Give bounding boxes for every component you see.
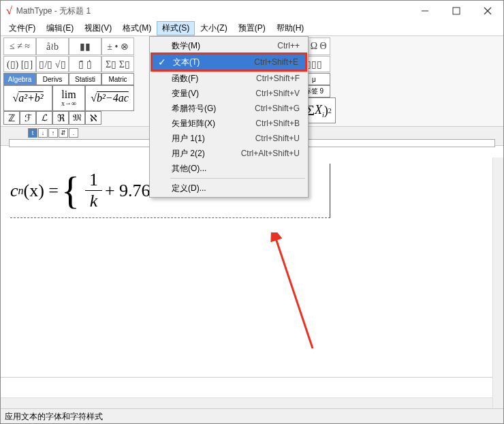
- formula-lhs-arg: (x) =: [24, 181, 59, 201]
- dd-variable[interactable]: 变量(V)Ctrl+Shift+V: [151, 86, 306, 101]
- scrollbar-vertical[interactable]: [492, 157, 503, 408]
- formula-plus: + 9.76: [105, 181, 151, 201]
- big-sqrt[interactable]: √a²+b²: [3, 85, 52, 111]
- window-buttons: [409, 1, 503, 21]
- dropdown-separator: [170, 178, 305, 179]
- menu-file[interactable]: 文件(F): [3, 21, 41, 35]
- menu-style[interactable]: 样式(S): [157, 21, 195, 35]
- dd-text[interactable]: ✓文本(T)Ctrl+Shift+E: [151, 52, 307, 72]
- dd-math[interactable]: 数学(M)Ctrl++: [151, 38, 306, 53]
- check-icon: ✓: [158, 57, 166, 67]
- window-title: MathType - 无标题 1: [16, 5, 409, 17]
- dd-user1[interactable]: 用户 1(1)Ctrl+Shift+U: [151, 131, 306, 146]
- dd-greek[interactable]: 希腊符号(G)Ctrl+Shift+G: [151, 101, 306, 116]
- statusbar: 应用文本的字体和字符样式: [1, 408, 503, 423]
- big-discriminant[interactable]: √b²−4ac: [85, 85, 134, 111]
- tb-fractions[interactable]: ▯/▯ √▯: [36, 56, 69, 72]
- titlebar: √ MathType - 无标题 1: [1, 1, 503, 21]
- frac-num: 1: [85, 170, 102, 191]
- maximize-button[interactable]: [441, 1, 472, 21]
- menu-preset[interactable]: 预置(P): [233, 21, 271, 35]
- dd-define[interactable]: 定义(D)...: [151, 181, 306, 196]
- ruler-icon-4[interactable]: ⇵: [59, 128, 68, 138]
- svg-line-4: [275, 237, 313, 348]
- dd-other[interactable]: 其他(O)...: [151, 161, 306, 176]
- menu-size[interactable]: 大小(Z): [195, 21, 232, 35]
- brace-icon: {: [61, 172, 80, 210]
- sym-m[interactable]: 𝔐: [69, 111, 85, 125]
- tb-embellish[interactable]: ▮▮: [69, 37, 101, 55]
- sym-f[interactable]: ℱ: [20, 111, 36, 125]
- big-lim[interactable]: limx→∞: [52, 85, 85, 111]
- app-logo: √: [6, 5, 12, 17]
- tb-sums[interactable]: Σ▯ Σ▯: [101, 56, 134, 72]
- menu-format[interactable]: 格式(M): [117, 21, 157, 35]
- tab-algebra[interactable]: Algebra: [3, 73, 36, 85]
- dd-matrix[interactable]: 矢量矩阵(X)Ctrl+Shift+B: [151, 116, 306, 131]
- ruler-icon-2[interactable]: ↓: [38, 128, 48, 138]
- annotation-arrow-icon: [231, 232, 326, 355]
- ruler-icon-3[interactable]: ↑: [48, 128, 58, 138]
- ruler-icon-1[interactable]: t: [28, 128, 37, 138]
- tab-derivs[interactable]: Derivs: [36, 73, 69, 85]
- menu-edit[interactable]: 编辑(E): [41, 21, 79, 35]
- sym-aleph[interactable]: ℵ: [85, 111, 101, 125]
- dd-function[interactable]: 函数(F)Ctrl+Shift+F: [151, 71, 306, 86]
- dd-user2[interactable]: 用户 2(2)Ctrl+Alt+Shift+U: [151, 146, 306, 161]
- minimize-button[interactable]: [409, 1, 441, 21]
- ruler-icon-5[interactable]: .: [69, 128, 78, 138]
- tab-statistics[interactable]: Statisti: [69, 73, 101, 85]
- tb-operators[interactable]: ± • ⊗: [101, 37, 134, 55]
- tb-overbar[interactable]: ▯̄ ▯̇: [69, 56, 101, 72]
- tb-fences[interactable]: (▯) [▯]: [3, 56, 36, 72]
- menu-view[interactable]: 视图(V): [79, 21, 117, 35]
- sym-r[interactable]: ℜ: [52, 111, 69, 125]
- sym-z[interactable]: ℤ: [3, 111, 20, 125]
- status-text: 应用文本的字体和字符样式: [5, 412, 103, 421]
- frac-den: k: [90, 191, 98, 211]
- style-dropdown: 数学(M)Ctrl++ ✓文本(T)Ctrl+Shift+E 函数(F)Ctrl…: [149, 36, 309, 198]
- formula-lhs-sub: n: [18, 185, 24, 197]
- toolbar-left-group: Algebra Derivs Statisti Matric √a²+b² li…: [3, 73, 134, 125]
- tab-matrices[interactable]: Matric: [101, 73, 134, 85]
- scrollbar-horizontal[interactable]: [1, 397, 492, 408]
- tb-spaces[interactable]: å≀b: [36, 37, 69, 55]
- close-button[interactable]: [472, 1, 503, 21]
- menu-help[interactable]: 帮助(H): [271, 21, 310, 35]
- tb-rel-ops[interactable]: ≤ ≠ ≈: [3, 37, 36, 55]
- svg-rect-1: [453, 7, 460, 14]
- sym-l[interactable]: 𝓛: [36, 111, 52, 125]
- fraction: 1 k: [85, 170, 102, 211]
- menubar: 文件(F) 编辑(E) 视图(V) 格式(M) 样式(S) 大小(Z) 预置(P…: [1, 21, 503, 36]
- small-symbol-row: ℤ ℱ 𝓛 ℜ 𝔐 ℵ: [3, 111, 134, 125]
- formula-lhs-c: c: [10, 181, 18, 201]
